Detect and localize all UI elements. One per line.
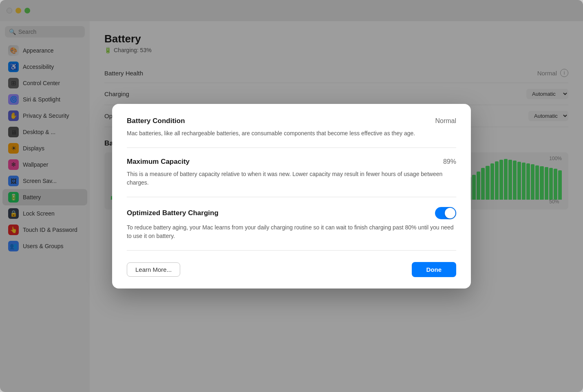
maximum-capacity-title: Maximum Capacity [127,158,190,166]
optimized-charging-section: Optimized Battery Charging To reduce bat… [127,207,456,251]
maximum-capacity-value: 89% [443,158,456,165]
battery-condition-value: Normal [435,117,456,125]
done-button[interactable]: Done [412,262,457,277]
maximum-capacity-header: Maximum Capacity 89% [127,158,456,166]
learn-more-button[interactable]: Learn More... [127,262,180,277]
modal-overlay: Battery Condition Normal Mac batteries, … [0,0,583,392]
modal-footer: Learn More... Done [127,262,456,277]
battery-condition-title: Battery Condition [127,117,185,125]
toggle-knob [445,208,455,218]
modal-dialog: Battery Condition Normal Mac batteries, … [112,104,471,288]
optimized-charging-header: Optimized Battery Charging [127,207,456,219]
battery-condition-header: Battery Condition Normal [127,117,456,125]
optimized-charging-desc: To reduce battery aging, your Mac learns… [127,223,456,240]
optimized-charging-title: Optimized Battery Charging [127,209,219,217]
battery-condition-desc: Mac batteries, like all rechargeable bat… [127,129,456,138]
maximum-capacity-section: Maximum Capacity 89% This is a measure o… [127,158,456,197]
maximum-capacity-desc: This is a measure of battery capacity re… [127,170,456,187]
optimized-charging-toggle[interactable] [435,207,456,219]
main-window: 🔍 🎨Appearance♿Accessibility⊞Control Cent… [0,0,583,392]
battery-condition-section: Battery Condition Normal Mac batteries, … [127,117,456,148]
